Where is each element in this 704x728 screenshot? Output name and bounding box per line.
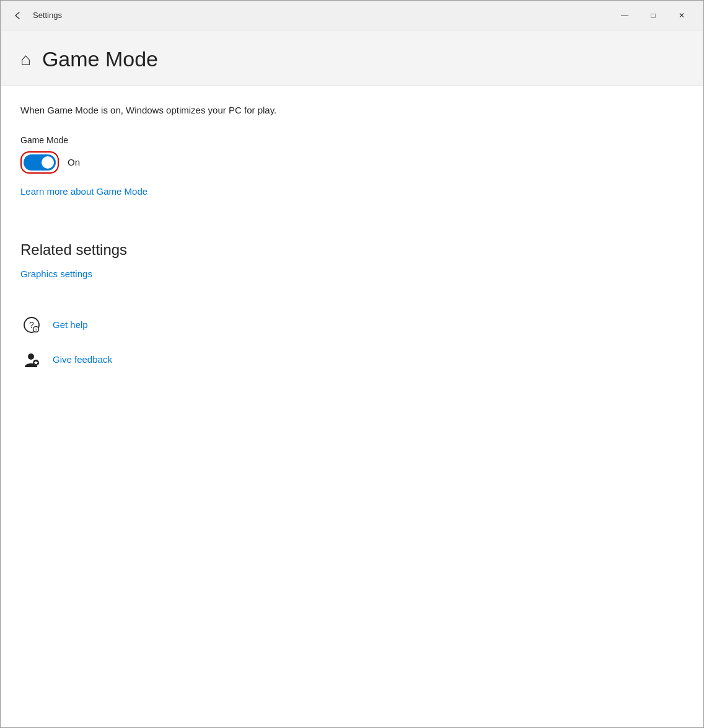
window-title: Settings <box>33 11 610 20</box>
learn-more-link[interactable]: Learn more about Game Mode <box>20 186 147 197</box>
window: Settings — □ ✕ ⌂ Game Mode When Game Mod… <box>0 0 704 728</box>
svg-point-5 <box>28 353 34 360</box>
maximize-button[interactable]: □ <box>639 6 667 25</box>
game-mode-label: Game Mode <box>20 135 684 145</box>
give-feedback-icon <box>20 348 43 371</box>
back-button[interactable] <box>8 6 28 25</box>
graphics-settings-link[interactable]: Graphics settings <box>20 269 92 279</box>
toggle-state-label: On <box>68 157 80 167</box>
help-section: ? ? Get help <box>20 314 684 371</box>
description-text: When Game Mode is on, Windows optimizes … <box>20 104 684 118</box>
give-feedback-link[interactable]: Give feedback <box>53 354 112 365</box>
page-header: ⌂ Game Mode <box>1 30 703 86</box>
feedback-person-icon <box>23 351 40 368</box>
svg-text:?: ? <box>35 327 38 333</box>
toggle-row: On <box>20 151 684 174</box>
game-mode-toggle[interactable] <box>24 154 56 171</box>
title-bar: Settings — □ ✕ <box>1 1 703 30</box>
get-help-link[interactable]: Get help <box>53 319 88 330</box>
content-area: When Game Mode is on, Windows optimizes … <box>1 86 703 727</box>
minimize-button[interactable]: — <box>610 6 639 25</box>
page-title: Game Mode <box>42 48 158 71</box>
window-controls: — □ ✕ <box>610 6 696 25</box>
close-button[interactable]: ✕ <box>667 6 696 25</box>
home-icon: ⌂ <box>20 51 31 68</box>
toggle-knob <box>42 156 54 169</box>
back-icon <box>14 11 22 20</box>
get-help-icon: ? ? <box>20 314 43 336</box>
give-feedback-item[interactable]: Give feedback <box>20 348 684 371</box>
get-help-item[interactable]: ? ? Get help <box>20 314 684 336</box>
toggle-highlight <box>20 151 59 174</box>
related-settings-title: Related settings <box>20 241 684 259</box>
question-bubble-icon: ? ? <box>23 316 40 334</box>
